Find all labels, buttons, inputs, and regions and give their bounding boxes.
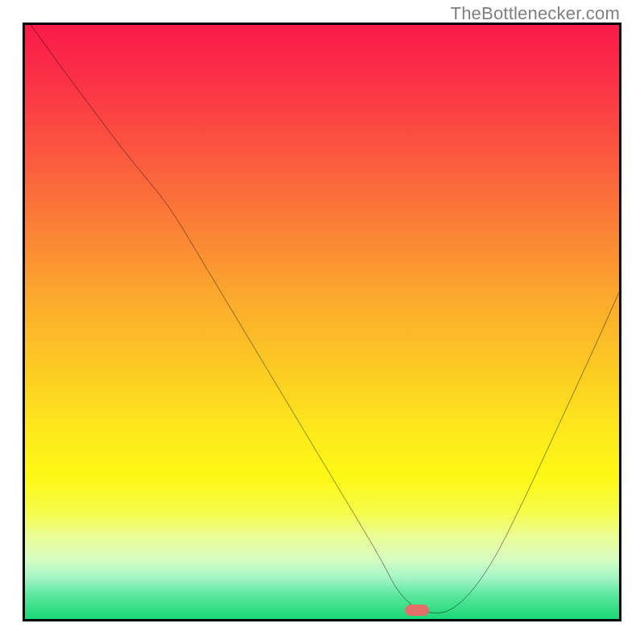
chart-frame: TheBottlenecker.com xyxy=(0,0,644,644)
watermark-label: TheBottlenecker.com xyxy=(451,3,620,24)
plot-area xyxy=(23,23,621,621)
bottleneck-curve xyxy=(25,25,619,619)
optimal-point-marker xyxy=(405,605,429,616)
